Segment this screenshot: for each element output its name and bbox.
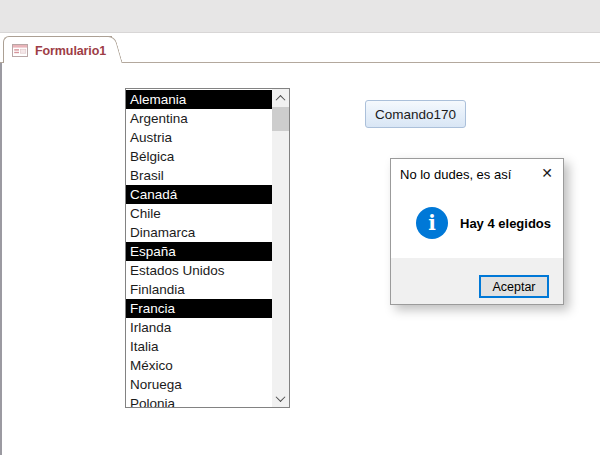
comando170-button[interactable]: Comando170 — [365, 100, 466, 128]
scroll-up-button[interactable] — [272, 90, 289, 106]
access-window: Formulario1 AlemaniaArgentinaAustriaBélg… — [0, 0, 600, 455]
country-listbox[interactable]: AlemaniaArgentinaAustriaBélgicaBrasilCan… — [125, 88, 290, 408]
close-icon: ✕ — [541, 165, 553, 181]
ribbon-bottom-area — [0, 0, 600, 33]
listbox-item[interactable]: Irlanda — [126, 318, 272, 337]
listbox-item[interactable]: México — [126, 356, 272, 375]
listbox-item[interactable]: Francia — [126, 299, 272, 318]
tab-label: Formulario1 — [35, 44, 110, 58]
scroll-thumb[interactable] — [272, 107, 289, 131]
listbox-item[interactable]: Polonia — [126, 394, 272, 407]
dialog-message: Hay 4 elegidos — [460, 216, 551, 231]
dialog-title: No lo dudes, es así — [400, 167, 511, 182]
listbox-item[interactable]: Bélgica — [126, 147, 272, 166]
listbox-item[interactable]: Austria — [126, 128, 272, 147]
listbox-item[interactable]: España — [126, 242, 272, 261]
dialog-body: i Hay 4 elegidos — [391, 189, 563, 257]
tab-formulario1[interactable]: Formulario1 — [3, 36, 112, 64]
dialog-titlebar[interactable]: No lo dudes, es así ✕ — [391, 159, 563, 189]
listbox-item[interactable]: Chile — [126, 204, 272, 223]
close-button[interactable]: ✕ — [531, 159, 563, 187]
form-icon — [12, 44, 28, 57]
listbox-item[interactable]: Dinamarca — [126, 223, 272, 242]
scroll-down-button[interactable] — [272, 390, 289, 406]
listbox-item[interactable]: Italia — [126, 337, 272, 356]
listbox-item[interactable]: Finlandia — [126, 280, 272, 299]
form-left-border — [0, 63, 2, 455]
information-icon: i — [416, 207, 448, 239]
chevron-up-icon — [276, 94, 286, 104]
listbox-item[interactable]: Canadá — [126, 185, 272, 204]
listbox-item[interactable]: Estados Unidos — [126, 261, 272, 280]
listbox-item[interactable]: Argentina — [126, 109, 272, 128]
info-glyph: i — [428, 211, 436, 235]
listbox-item[interactable]: Alemania — [126, 90, 272, 109]
aceptar-button[interactable]: Aceptar — [479, 275, 549, 298]
listbox-item[interactable]: Brasil — [126, 166, 272, 185]
listbox-items: AlemaniaArgentinaAustriaBélgicaBrasilCan… — [126, 90, 272, 407]
listbox-scrollbar[interactable] — [272, 89, 289, 407]
dialog-footer: Aceptar — [391, 258, 563, 304]
document-tab-bar: Formulario1 — [0, 33, 600, 63]
listbox-item[interactable]: Noruega — [126, 375, 272, 394]
chevron-down-icon — [276, 392, 286, 402]
message-dialog: No lo dudes, es así ✕ i Hay 4 elegidos A… — [390, 158, 564, 305]
